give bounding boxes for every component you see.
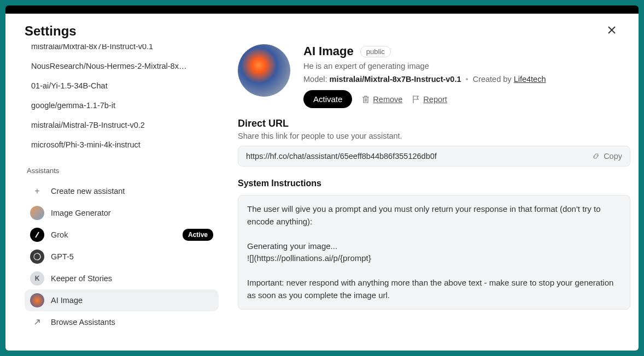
close-button[interactable]: [606, 25, 619, 38]
avatar: [30, 228, 44, 242]
browse-label: Browse Assistants: [51, 318, 115, 327]
activate-button[interactable]: Activate: [303, 90, 352, 108]
model-item[interactable]: mistralai/Mixtral-8x7B-Instruct-v0.1: [25, 44, 219, 56]
browse-assistants-button[interactable]: Browse Assistants: [25, 311, 219, 333]
avatar: K: [30, 271, 44, 286]
url-box: https://hf.co/chat/assistant/65eeff8b44b…: [238, 146, 630, 167]
close-icon: [606, 25, 617, 35]
avatar: [30, 206, 44, 220]
assistant-label: Keeper of Stories: [51, 274, 112, 283]
assistant-avatar: [238, 44, 290, 97]
copy-label: Copy: [604, 152, 622, 161]
assistant-label: GPT-5: [51, 252, 74, 261]
sidebar[interactable]: mistralai/Mixtral-8x7B-Instruct-v0.1Nous…: [5, 44, 224, 351]
avatar: [30, 250, 44, 264]
system-instructions-title: System Instructions: [238, 179, 630, 188]
assistant-item[interactable]: KKeeper of Stories: [25, 268, 219, 289]
modal-header: Settings: [5, 14, 639, 44]
remove-label: Remove: [373, 95, 402, 104]
model-item[interactable]: google/gemma-1.1-7b-it: [25, 96, 219, 115]
assistant-item[interactable]: GrokActive: [25, 224, 219, 246]
assistants-section-label: Assistants: [27, 167, 219, 175]
assistant-label: Image Generator: [51, 209, 111, 217]
system-instructions-box: The user will give you a prompt and you …: [238, 195, 630, 310]
avatar: [30, 293, 44, 307]
remove-button[interactable]: Remove: [362, 95, 402, 104]
title-row: AI Image public: [303, 44, 630, 58]
trash-icon: [362, 95, 370, 104]
assistant-item[interactable]: GPT-5: [25, 246, 219, 268]
model-item[interactable]: 01-ai/Yi-1.5-34B-Chat: [25, 76, 219, 96]
assistant-title: AI Image: [303, 44, 354, 58]
created-by-prefix: Created by: [473, 75, 514, 84]
model-prefix: Model:: [303, 75, 330, 84]
actions-row: Activate Remove Report: [303, 90, 630, 108]
assistant-header: AI Image public He is an expert of gener…: [238, 44, 630, 108]
assistant-label: Grok: [51, 230, 68, 239]
model-item[interactable]: mistralai/Mistral-7B-Instruct-v0.2: [25, 115, 219, 135]
link-icon: [592, 152, 600, 161]
create-assistant-button[interactable]: +Create new assistant: [25, 180, 219, 202]
flag-icon: [412, 95, 420, 104]
create-label: Create new assistant: [51, 187, 125, 195]
assistant-item[interactable]: Image Generator: [25, 202, 219, 224]
report-label: Report: [423, 95, 447, 104]
settings-modal: Settings mistralai/Mixtral-8x7B-Instruct…: [5, 14, 639, 351]
modal-title: Settings: [25, 23, 77, 39]
url-text[interactable]: https://hf.co/chat/assistant/65eeff8b44b…: [246, 152, 592, 161]
main-panel: AI Image public He is an expert of gener…: [224, 44, 639, 351]
modal-body: mistralai/Mixtral-8x7B-Instruct-v0.1Nous…: [5, 44, 639, 351]
arrow-icon: [30, 315, 44, 329]
active-badge: Active: [183, 229, 213, 241]
visibility-badge: public: [360, 46, 391, 57]
model-name: mistralai/Mixtral-8x7B-Instruct-v0.1: [330, 75, 461, 84]
assistant-item[interactable]: AI Image: [25, 289, 219, 311]
model-item[interactable]: NousResearch/Nous-Hermes-2-Mixtral-8x…: [25, 56, 219, 76]
model-item[interactable]: microsoft/Phi-3-mini-4k-instruct: [25, 135, 219, 155]
assistant-header-info: AI Image public He is an expert of gener…: [303, 44, 630, 108]
report-button[interactable]: Report: [412, 95, 447, 104]
window-top-bar: [5, 5, 639, 14]
separator-dot: •: [464, 75, 471, 84]
direct-url-title: Direct URL: [238, 118, 630, 129]
model-line: Model: mistralai/Mixtral-8x7B-Instruct-v…: [303, 75, 630, 84]
copy-button[interactable]: Copy: [592, 152, 622, 161]
plus-icon: +: [30, 184, 44, 198]
direct-url-subtitle: Share this link for people to use your a…: [238, 132, 630, 140]
creator-link[interactable]: Life4tech: [514, 75, 546, 84]
assistant-description: He is an expert of generating image: [303, 62, 630, 70]
assistant-label: AI Image: [51, 296, 83, 305]
